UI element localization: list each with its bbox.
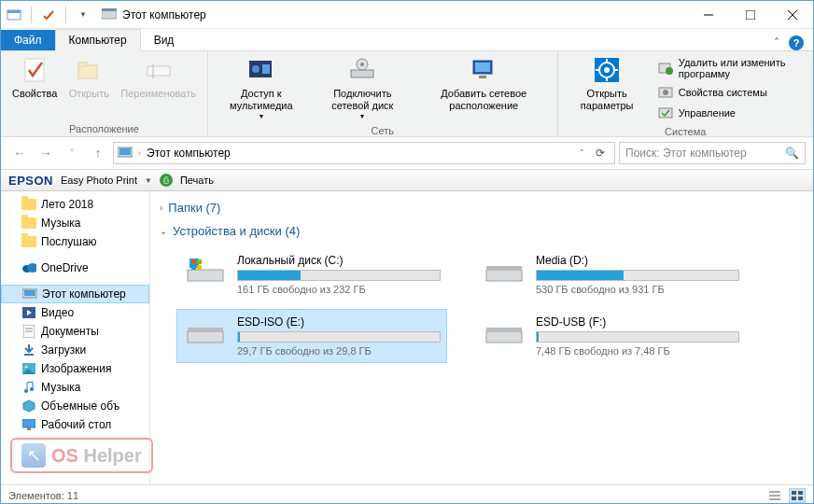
chevron-right-icon: › <box>160 203 162 213</box>
ribbon-media-access[interactable]: Доступ к мультимедиа ▾ <box>214 53 309 123</box>
statusbar: Элементов: 11 <box>1 484 813 504</box>
ribbon-sysprops[interactable]: Свойства системы <box>654 83 804 102</box>
epson-print[interactable]: Печать <box>180 175 214 186</box>
ribbon-tabs: Файл Компьютер Вид ˄ ? <box>1 29 813 51</box>
svg-rect-58 <box>197 259 202 264</box>
ribbon-properties[interactable]: Свойства <box>7 53 63 102</box>
window-icon <box>102 7 117 22</box>
address-dropdown[interactable]: ˅ <box>580 148 584 158</box>
view-details-button[interactable] <box>766 488 783 503</box>
tree-item[interactable]: Музыка <box>1 214 149 232</box>
address-path: Этот компьютер <box>147 147 231 160</box>
ribbon-uninstall[interactable]: Удалить или изменить программу <box>654 55 804 81</box>
svg-rect-64 <box>188 328 223 331</box>
drive-e[interactable]: ESD-ISO (E:) 29,7 ГБ свободно из 29,8 ГБ <box>176 309 447 363</box>
maximize-button[interactable] <box>729 1 771 29</box>
nav-up[interactable]: ↑ <box>87 142 109 164</box>
svg-rect-60 <box>197 265 202 270</box>
svg-point-47 <box>25 366 28 369</box>
tab-view[interactable]: Вид <box>141 30 188 50</box>
tree-item[interactable]: Послушаю <box>1 232 149 251</box>
tree-desktop[interactable]: Рабочий стол <box>1 415 149 434</box>
tree-videos[interactable]: Видео <box>1 303 149 322</box>
svg-point-24 <box>604 67 610 73</box>
svg-rect-71 <box>798 491 803 495</box>
properties-icon <box>20 55 49 85</box>
svg-rect-10 <box>78 63 87 66</box>
open-icon <box>74 55 104 85</box>
ribbon-group-system: Открыть параметры Удалить или изменить п… <box>558 51 813 136</box>
group-drives[interactable]: ⌄ Устройства и диски (4) <box>160 224 804 238</box>
svg-marker-51 <box>23 400 35 412</box>
drive-f[interactable]: ESD-USB (F:) 7,48 ГБ свободно из 7,48 ГБ <box>475 309 746 363</box>
svg-point-30 <box>666 67 673 75</box>
tree-item[interactable]: Лето 2018 <box>1 195 149 214</box>
ribbon-rename: Переименовать <box>115 53 202 102</box>
minimize-button[interactable] <box>687 1 729 29</box>
ribbon-map-drive[interactable]: Подключить сетевой диск ▾ <box>309 53 416 123</box>
manage-icon <box>658 105 673 120</box>
svg-rect-63 <box>188 331 223 343</box>
address-box[interactable]: › Этот компьютер ˅ ⟳ <box>113 142 615 164</box>
svg-rect-53 <box>27 427 31 430</box>
svg-rect-66 <box>486 328 522 331</box>
qat-app-icon[interactable] <box>7 7 21 22</box>
pictures-icon <box>21 361 36 376</box>
ribbon-collapse-icon[interactable]: ˄ <box>774 36 779 49</box>
epson-app[interactable]: Easy Photo Print <box>61 175 137 186</box>
svg-rect-15 <box>262 64 270 74</box>
music-icon <box>21 380 36 395</box>
refresh-icon[interactable]: ⟳ <box>590 147 610 160</box>
tree-3d[interactable]: Объемные объ <box>1 397 149 415</box>
content-area: › Папки (7) ⌄ Устройства и диски (4) Лок… <box>150 191 813 484</box>
desktop-icon <box>21 417 36 432</box>
help-icon[interactable]: ? <box>789 35 804 50</box>
window-title: Этот компьютер <box>122 8 206 21</box>
tree-downloads[interactable]: Загрузки <box>1 341 149 359</box>
ribbon-manage[interactable]: Управление <box>654 104 804 122</box>
tree-pictures[interactable]: Изображения <box>1 359 149 378</box>
svg-rect-33 <box>659 108 672 118</box>
drive-icon <box>482 315 526 349</box>
group-folders[interactable]: › Папки (7) <box>160 201 804 215</box>
drive-c[interactable]: Локальный диск (C:) 161 ГБ свободно из 2… <box>176 247 447 301</box>
drive-d[interactable]: Media (D:) 530 ГБ свободно из 931 ГБ <box>475 247 746 301</box>
tree-music[interactable]: Музыка <box>1 378 149 397</box>
nav-forward[interactable]: → <box>35 142 57 164</box>
search-box[interactable]: Поиск: Этот компьютер 🔍 <box>619 142 806 164</box>
drive-icon <box>482 254 526 287</box>
svg-rect-20 <box>475 63 490 72</box>
svg-point-49 <box>24 389 28 393</box>
tree-documents[interactable]: Документы <box>1 322 149 341</box>
nav-back[interactable]: ← <box>8 142 31 164</box>
ribbon-open: Открыть <box>63 53 115 102</box>
nav-recent-dropdown[interactable]: ˅ <box>61 142 83 164</box>
close-button[interactable] <box>771 1 813 29</box>
tree-this-pc[interactable]: Этот компьютер <box>1 285 149 303</box>
media-icon <box>246 55 276 85</box>
svg-rect-5 <box>746 10 755 20</box>
qat-properties-icon[interactable] <box>41 7 56 22</box>
qat-dropdown-icon[interactable]: ▼ <box>76 7 91 22</box>
pc-icon <box>118 146 133 161</box>
svg-rect-1 <box>7 10 21 13</box>
svg-rect-62 <box>486 266 522 270</box>
tab-computer[interactable]: Компьютер <box>55 29 141 51</box>
svg-rect-73 <box>798 497 803 500</box>
tab-file[interactable]: Файл <box>1 30 55 50</box>
downloads-icon <box>21 343 36 357</box>
svg-rect-21 <box>479 76 486 78</box>
view-tiles-button[interactable] <box>789 488 806 503</box>
svg-point-14 <box>252 65 260 73</box>
svg-rect-35 <box>119 148 131 155</box>
svg-rect-59 <box>191 265 196 270</box>
svg-point-50 <box>30 387 34 391</box>
svg-rect-16 <box>351 70 373 77</box>
ribbon-open-settings[interactable]: Открыть параметры <box>564 53 651 114</box>
drive-icon <box>183 254 228 287</box>
ribbon-add-location[interactable]: Добавить сетевое расположение <box>416 53 552 114</box>
add-location-icon <box>469 55 498 85</box>
svg-rect-65 <box>486 331 522 343</box>
tree-onedrive[interactable]: OneDrive <box>1 259 149 277</box>
svg-point-32 <box>663 90 668 95</box>
